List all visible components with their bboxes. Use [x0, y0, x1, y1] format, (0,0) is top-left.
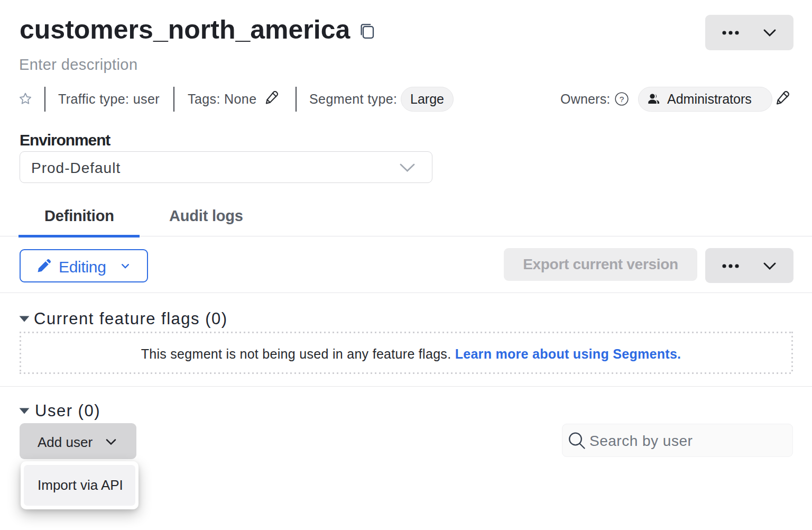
svg-text:?: ? [620, 95, 624, 104]
